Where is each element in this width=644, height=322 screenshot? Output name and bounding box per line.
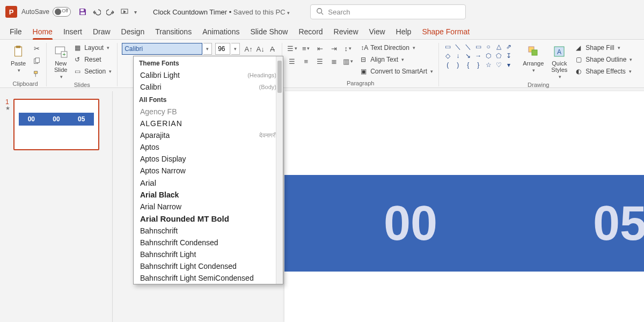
svg-text:A: A <box>557 48 561 56</box>
tab-draw[interactable]: Draw <box>93 27 111 39</box>
font-option[interactable]: Aptos <box>134 141 283 153</box>
reset-button[interactable]: ↺Reset <box>74 55 113 64</box>
font-option[interactable]: Agency FB <box>134 106 283 118</box>
tab-design[interactable]: Design <box>121 27 145 39</box>
align-right-icon[interactable]: ☰ <box>314 56 325 67</box>
group-slides: + New Slide ▦Layout ↺Reset ▭Section Slid… <box>47 43 118 86</box>
quick-styles-icon: A <box>552 44 567 59</box>
shape-fill-button[interactable]: ◢Shape Fill <box>575 43 633 53</box>
tab-shape-format[interactable]: Shape Format <box>422 27 470 39</box>
ribbon: Paste ✂ Clipboard + New Slide ▦Layout ↺R… <box>0 40 644 88</box>
new-slide-button[interactable]: + New Slide <box>51 43 70 80</box>
redo-icon[interactable] <box>106 8 115 16</box>
bullets-icon[interactable]: ☰ <box>287 43 297 54</box>
font-option[interactable]: Bahnschrift Light <box>134 248 283 260</box>
increase-indent-icon[interactable]: ⇥ <box>328 43 339 54</box>
layout-button[interactable]: ▦Layout <box>74 43 113 53</box>
slide-thumbnail-panel: 1 ★ 00 00 05 <box>0 91 113 322</box>
shape-fill-icon: ◢ <box>576 44 583 52</box>
size-dropdown-arrow[interactable]: ▾ <box>231 43 240 55</box>
increase-font-icon[interactable]: A↑ <box>243 43 254 54</box>
work-area: 1 ★ 00 00 05 00 05 <box>0 91 644 322</box>
svg-rect-1 <box>80 12 85 14</box>
font-option[interactable]: Arial Rounded MT Bold <box>134 213 283 225</box>
align-text-icon: ⊟ <box>361 56 368 63</box>
justify-icon[interactable]: ≣ <box>328 56 339 67</box>
font-size-input[interactable] <box>215 43 230 55</box>
save-icon[interactable] <box>78 8 87 16</box>
section-icon: ▭ <box>75 68 82 75</box>
arrange-button[interactable]: Arrange <box>521 43 546 74</box>
font-option[interactable]: Bahnschrift Condensed <box>134 237 283 248</box>
font-dropdown-list[interactable]: Theme Fonts Calibri Light(Headings)Calib… <box>133 56 283 284</box>
paste-button[interactable]: Paste <box>9 43 28 74</box>
font-option[interactable]: Bahnschrift <box>134 225 283 237</box>
tab-record[interactable]: Record <box>298 27 323 39</box>
font-option[interactable]: Aptos Narrow <box>134 165 283 177</box>
font-option[interactable]: Bahnschrift Light Condensed <box>134 260 283 272</box>
timer-shape[interactable]: 00 05 <box>284 175 644 272</box>
reset-icon: ↺ <box>75 56 82 63</box>
decrease-font-icon[interactable]: A↓ <box>255 43 266 54</box>
cut-icon[interactable]: ✂ <box>31 43 42 54</box>
undo-icon[interactable] <box>92 8 101 16</box>
align-center-icon[interactable]: ≡ <box>301 56 311 67</box>
decrease-indent-icon[interactable]: ⇤ <box>314 43 325 54</box>
line-spacing-icon[interactable]: ↕ <box>342 43 353 54</box>
text-direction-button[interactable]: ↕AText Direction <box>360 43 434 53</box>
font-option[interactable]: ALGERIAN <box>134 118 283 129</box>
timer-minutes: 00 <box>384 196 437 251</box>
arrange-icon <box>526 44 541 59</box>
font-option[interactable]: Bahnschrift Light SemiCondensed <box>134 272 283 284</box>
font-option[interactable]: Aparajitaदेवनागरी <box>134 129 283 141</box>
slideshow-icon[interactable] <box>120 8 129 16</box>
tab-view[interactable]: View <box>369 27 385 39</box>
font-option[interactable]: Arial Narrow <box>134 201 283 213</box>
shapes-gallery[interactable]: ▭＼＼▭○△⇗ ◇↓↘→⬡⬠↧ (){}☆♡▾ <box>443 43 513 69</box>
clear-formatting-icon[interactable]: A̶ <box>267 43 277 54</box>
slide-editor[interactable]: 00 05 <box>284 91 644 322</box>
font-option[interactable]: Arial <box>134 177 283 189</box>
align-text-button[interactable]: ⊟Align Text <box>360 55 434 64</box>
shape-outline-button[interactable]: ▢Shape Outline <box>575 55 633 64</box>
font-option[interactable]: Aptos Display <box>134 153 283 165</box>
font-option[interactable]: Calibri Light(Headings) <box>134 69 283 81</box>
toggle-switch[interactable]: Off <box>53 7 71 17</box>
svg-point-3 <box>317 8 322 13</box>
theme-fonts-header: Theme Fonts <box>134 56 283 69</box>
section-button[interactable]: ▭Section <box>74 67 113 76</box>
search-icon <box>316 8 324 17</box>
document-title[interactable]: Clock Countdown Timer • Saved to this PC… <box>153 8 290 16</box>
tab-animations[interactable]: Animations <box>202 27 239 39</box>
smartart-icon: ▣ <box>361 68 368 75</box>
format-painter-icon[interactable] <box>31 69 42 79</box>
qat-more-icon[interactable]: ▾ <box>134 9 137 15</box>
tab-insert[interactable]: Insert <box>63 27 82 39</box>
font-option[interactable]: Arial Black <box>134 189 283 201</box>
align-left-icon[interactable]: ☰ <box>287 56 297 67</box>
font-option[interactable]: Calibri(Body) <box>134 81 283 93</box>
font-dropdown-arrow[interactable]: ▾ <box>203 43 212 55</box>
group-drawing: ▭＼＼▭○△⇗ ◇↓↘→⬡⬠↧ (){}☆♡▾ Arrange A Quick … <box>439 43 638 86</box>
tab-slide-show[interactable]: Slide Show <box>250 27 288 39</box>
tab-home[interactable]: Home <box>33 27 53 39</box>
shape-outline-icon: ▢ <box>576 56 583 63</box>
dropdown-scrollbar[interactable] <box>276 56 283 284</box>
search-box[interactable]: Search <box>310 4 466 19</box>
animation-star-icon: ★ <box>5 105 10 111</box>
convert-smartart-button[interactable]: ▣Convert to SmartArt <box>360 67 434 76</box>
autosave-toggle[interactable]: AutoSave Off <box>21 7 71 17</box>
svg-rect-0 <box>80 9 84 11</box>
font-name-input[interactable] <box>122 43 202 55</box>
title-bar: P AutoSave Off ▾ Clock Countdown Timer •… <box>0 0 644 24</box>
tab-transitions[interactable]: Transitions <box>155 27 192 39</box>
columns-icon[interactable]: ▥ <box>342 56 353 67</box>
quick-styles-button[interactable]: A Quick Styles <box>549 43 569 80</box>
tab-file[interactable]: File <box>10 27 22 39</box>
tab-review[interactable]: Review <box>334 27 358 39</box>
tab-help[interactable]: Help <box>396 27 412 39</box>
numbering-icon[interactable]: ≡ <box>301 43 311 54</box>
slide-thumbnail-1[interactable]: 00 00 05 <box>13 99 99 150</box>
copy-icon[interactable] <box>31 56 42 67</box>
shape-effects-button[interactable]: ◐Shape Effects <box>575 67 633 76</box>
